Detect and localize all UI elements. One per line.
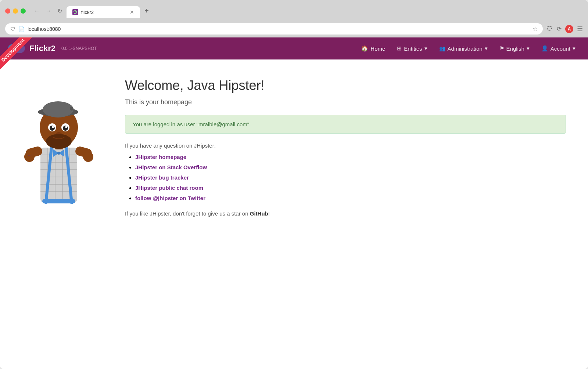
brand-logo — [7, 39, 26, 58]
profile-sync-icon[interactable]: ⟳ — [557, 25, 562, 32]
browser-controls: ← → ↻ flickr2 ✕ + — [5, 4, 583, 18]
english-chevron-icon: ▾ — [527, 45, 530, 52]
list-item: JHipster bug tracker — [135, 174, 566, 181]
tab-label: flickr2 — [81, 10, 94, 15]
menu-icon[interactable]: ☰ — [577, 25, 583, 33]
main-content: </> Welcome, Java Hipster! This is your … — [0, 59, 588, 369]
account-chevron-icon: ▾ — [573, 45, 576, 52]
address-actions: ☆ — [533, 25, 538, 32]
address-bar[interactable]: 🛡 📄 localhost:8080 ☆ — [5, 23, 543, 35]
github-text: If you like JHipster, don't forget to gi… — [125, 210, 566, 217]
svg-point-31 — [63, 126, 68, 131]
forward-button[interactable]: → — [44, 7, 53, 15]
entities-chevron-icon: ▾ — [424, 45, 427, 52]
shield-icon[interactable]: 🛡 — [546, 25, 553, 33]
github-text-before: If you like JHipster, don't forget to gi… — [125, 210, 250, 217]
login-alert: You are logged in as user "mraible@gmail… — [125, 115, 566, 134]
homepage-subtitle: This is your homepage — [125, 98, 566, 106]
svg-point-35 — [46, 134, 72, 149]
welcome-title: Welcome, Java Hipster! — [125, 78, 566, 93]
brand-area: Flickr2 0.0.1-SNAPSHOT — [7, 39, 97, 58]
jhipster-chat-link[interactable]: JHipster public chat room — [135, 185, 203, 191]
nav-entities[interactable]: ⊞ Entities ▾ — [392, 42, 432, 55]
navbar: Development Flickr2 0.0.1-SNAPSHOT 🏠 Hom… — [0, 37, 588, 59]
url-display: localhost:8080 — [28, 26, 61, 32]
minimize-window-button[interactable] — [13, 8, 18, 14]
alert-text: You are logged in as user "mraible@gmail… — [133, 121, 251, 127]
svg-point-27 — [70, 107, 74, 111]
nav-administration-label: Administration — [448, 46, 483, 52]
security-icon: 🛡 — [10, 26, 15, 32]
nav-account-label: Account — [551, 46, 570, 52]
address-bar-row: 🛡 📄 localhost:8080 ☆ 🛡 ⟳ A ☰ — [0, 21, 588, 37]
tab-favicon — [72, 9, 78, 15]
tab-close-button[interactable]: ✕ — [130, 10, 134, 15]
content-area: Welcome, Java Hipster! This is your home… — [118, 67, 588, 362]
nav-english[interactable]: ⚑ English ▾ — [494, 42, 535, 55]
nav-home-label: Home — [370, 46, 385, 52]
administration-icon: 👥 — [439, 46, 445, 51]
jhipster-homepage-link[interactable]: JHipster homepage — [135, 154, 186, 160]
mascot-area: </> — [0, 67, 118, 362]
brand-version: 0.0.1-SNAPSHOT — [61, 46, 97, 51]
nav-account[interactable]: 👤 Account ▾ — [536, 42, 581, 55]
administration-chevron-icon: ▾ — [485, 45, 488, 52]
list-item: JHipster public chat room — [135, 185, 566, 191]
nav-administration[interactable]: 👥 Administration ▾ — [434, 42, 493, 55]
svg-point-32 — [52, 126, 54, 128]
bookmark-icon[interactable]: ☆ — [533, 25, 538, 32]
browser-tab[interactable]: flickr2 ✕ — [67, 6, 140, 18]
svg-point-1 — [13, 44, 25, 53]
flag-icon: ⚑ — [499, 45, 504, 52]
entities-icon: ⊞ — [397, 45, 402, 52]
svg-point-22 — [83, 152, 93, 162]
browser-window: ← → ↻ flickr2 ✕ + 🛡 — [0, 0, 588, 369]
traffic-lights — [5, 8, 26, 14]
question-text: If you have any question on JHipster: — [125, 142, 566, 149]
jhipster-stackoverflow-link[interactable]: JHipster on Stack Overflow — [135, 164, 207, 170]
github-text-after: ! — [268, 210, 270, 217]
maximize-window-button[interactable] — [21, 8, 26, 14]
list-item: JHipster homepage — [135, 154, 566, 160]
user-avatar[interactable]: A — [565, 25, 573, 33]
brand-name: Flickr2 — [29, 44, 55, 53]
nav-home[interactable]: 🏠 Home — [356, 42, 390, 55]
reload-button[interactable]: ↻ — [56, 7, 64, 15]
browser-titlebar: ← → ↻ flickr2 ✕ + — [0, 0, 588, 21]
nav-entities-label: Entities — [404, 46, 422, 52]
app-window: Development Flickr2 0.0.1-SNAPSHOT 🏠 Hom… — [0, 37, 588, 369]
svg-point-26 — [43, 101, 74, 117]
browser-toolbar-right: 🛡 ⟳ A ☰ — [546, 25, 583, 33]
svg-point-18 — [57, 152, 60, 155]
mascot-image: </> — [18, 74, 99, 228]
nav-english-label: English — [506, 46, 524, 52]
account-icon: 👤 — [541, 45, 548, 52]
back-button[interactable]: ← — [32, 7, 41, 15]
svg-point-30 — [50, 126, 55, 131]
resource-links: JHipster homepage JHipster on Stack Over… — [125, 154, 566, 202]
jhipster-bug-tracker-link[interactable]: JHipster bug tracker — [135, 174, 189, 181]
svg-rect-15 — [42, 199, 75, 203]
close-window-button[interactable] — [5, 8, 10, 14]
list-item: follow @jhipster on Twitter — [135, 195, 566, 202]
jhipster-twitter-link[interactable]: follow @jhipster on Twitter — [135, 195, 205, 201]
list-item: JHipster on Stack Overflow — [135, 164, 566, 171]
page-info-icon: 📄 — [18, 26, 25, 32]
tab-bar: flickr2 ✕ + — [67, 5, 152, 18]
home-icon: 🏠 — [361, 45, 368, 52]
new-tab-button[interactable]: + — [141, 5, 152, 17]
github-link[interactable]: GitHub — [250, 210, 268, 217]
svg-point-33 — [65, 126, 67, 128]
nav-links: 🏠 Home ⊞ Entities ▾ 👥 Administration ▾ ⚑… — [356, 42, 581, 55]
